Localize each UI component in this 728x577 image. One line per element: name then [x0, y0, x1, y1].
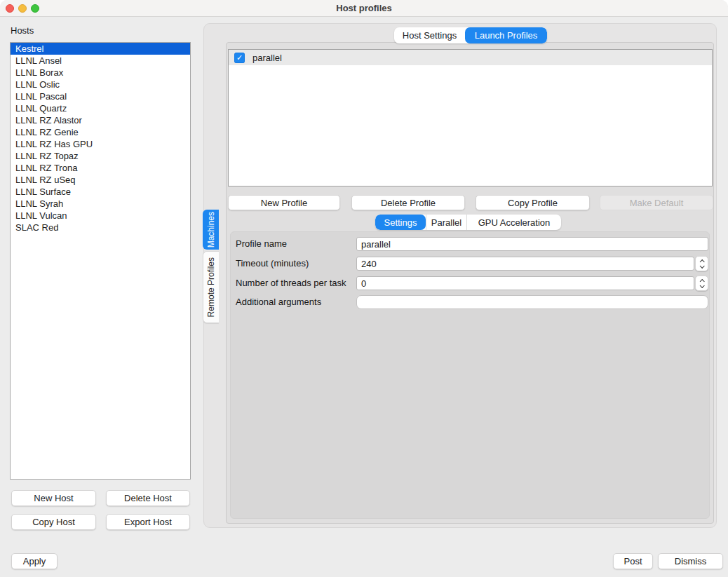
additional-arguments-input[interactable]: [356, 295, 708, 309]
host-list-item[interactable]: LLNL RZ uSeq: [11, 174, 190, 186]
timeout-spinner-up[interactable]: [696, 257, 708, 264]
profile-name-input[interactable]: [356, 237, 708, 251]
delete-host-button[interactable]: Delete Host: [106, 490, 190, 506]
host-list-item[interactable]: LLNL Surface: [11, 186, 190, 198]
profile-tab-bar: Settings Parallel GPU Acceleration: [375, 215, 561, 230]
host-profiles-window: Host profiles Hosts Kestrel LLNL Ansel L…: [0, 0, 728, 577]
host-list-item[interactable]: LLNL RZ Alastor: [11, 114, 190, 126]
threads-spinner-down[interactable]: [696, 283, 708, 290]
profile-active-checkbox[interactable]: ✓: [234, 53, 245, 63]
timeout-input[interactable]: [356, 257, 694, 271]
make-default-button[interactable]: Make Default: [600, 195, 713, 210]
new-profile-button[interactable]: New Profile: [228, 195, 340, 210]
tab-gpu-acceleration[interactable]: GPU Acceleration: [466, 215, 561, 230]
copy-host-button[interactable]: Copy Host: [11, 514, 96, 530]
tab-remote-profiles-label: Remote Profiles: [206, 257, 216, 317]
profile-item-label: parallel: [252, 53, 282, 63]
hosts-label: Hosts: [11, 25, 34, 36]
profile-name-label: Profile name: [236, 237, 287, 251]
host-list-item[interactable]: LLNL Vulcan: [11, 210, 190, 222]
post-button[interactable]: Post: [613, 553, 653, 569]
host-list-item[interactable]: LLNL Quartz: [11, 102, 190, 114]
tab-remote-profiles[interactable]: Remote Profiles: [203, 251, 219, 323]
main-tab-bar: Host Settings Launch Profiles: [394, 27, 547, 43]
threads-per-task-label: Number of threads per task: [236, 276, 346, 290]
threads-per-task-input[interactable]: [356, 276, 694, 290]
settings-groupbox: [230, 231, 710, 519]
timeout-spinner: [695, 256, 708, 271]
host-list-item[interactable]: LLNL RZ Has GPU: [11, 138, 190, 150]
delete-profile-button[interactable]: Delete Profile: [351, 195, 465, 210]
tab-settings[interactable]: Settings: [375, 215, 426, 230]
profile-list: ✓ parallel: [228, 49, 713, 186]
host-list-item[interactable]: LLNL RZ Trona: [11, 162, 190, 174]
host-list: Kestrel LLNL Ansel LLNL Borax LLNL Oslic…: [10, 42, 191, 480]
new-host-button[interactable]: New Host: [11, 490, 96, 506]
host-list-item[interactable]: SLAC Red: [11, 222, 190, 233]
tab-machines-label: Machines: [206, 212, 216, 247]
dismiss-button[interactable]: Dismiss: [658, 553, 723, 569]
tab-parallel[interactable]: Parallel: [426, 215, 466, 230]
tab-launch-profiles[interactable]: Launch Profiles: [465, 27, 547, 43]
chevron-down-icon: [700, 283, 705, 287]
tab-machines[interactable]: Machines: [203, 210, 219, 250]
titlebar[interactable]: Host profiles: [0, 0, 728, 17]
host-list-item[interactable]: LLNL RZ Genie: [11, 126, 190, 138]
export-host-button[interactable]: Export Host: [106, 514, 190, 530]
host-list-item[interactable]: LLNL Ansel: [11, 55, 190, 67]
host-list-item[interactable]: LLNL Pascal: [11, 90, 190, 102]
threads-spinner: [695, 276, 708, 291]
timeout-label: Timeout (minutes): [236, 257, 309, 271]
host-list-item[interactable]: LLNL Borax: [11, 67, 190, 79]
chevron-down-icon: [700, 263, 705, 268]
host-list-item[interactable]: LLNL Oslic: [11, 79, 190, 90]
host-list-item[interactable]: LLNL Syrah: [11, 198, 190, 210]
timeout-spinner-down[interactable]: [696, 264, 708, 271]
host-list-item[interactable]: LLNL RZ Topaz: [11, 150, 190, 162]
threads-spinner-up[interactable]: [696, 276, 708, 283]
copy-profile-button[interactable]: Copy Profile: [476, 195, 590, 210]
tab-host-settings[interactable]: Host Settings: [394, 27, 465, 43]
profile-list-item[interactable]: ✓ parallel: [229, 50, 712, 65]
window-title: Host profiles: [0, 0, 728, 17]
host-list-item[interactable]: Kestrel: [11, 43, 190, 55]
apply-button[interactable]: Apply: [11, 553, 58, 569]
additional-arguments-label: Additional arguments: [236, 295, 321, 309]
